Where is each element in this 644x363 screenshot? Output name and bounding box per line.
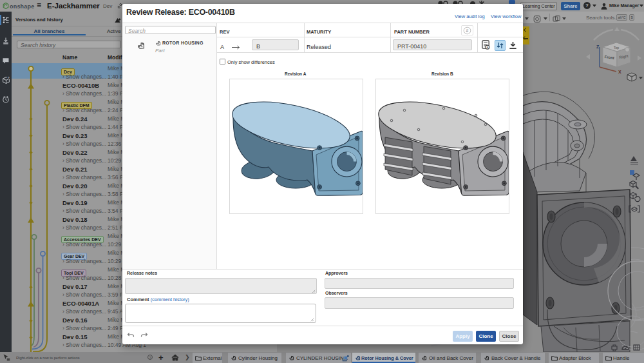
svg-text:a: a [486,45,488,49]
svg-text:X: X [618,70,621,74]
svg-text:?: ? [8,76,10,80]
svg-text:Top: Top [614,46,619,50]
svg-text:Z: Z [596,44,600,49]
svg-text:#: # [466,28,469,33]
